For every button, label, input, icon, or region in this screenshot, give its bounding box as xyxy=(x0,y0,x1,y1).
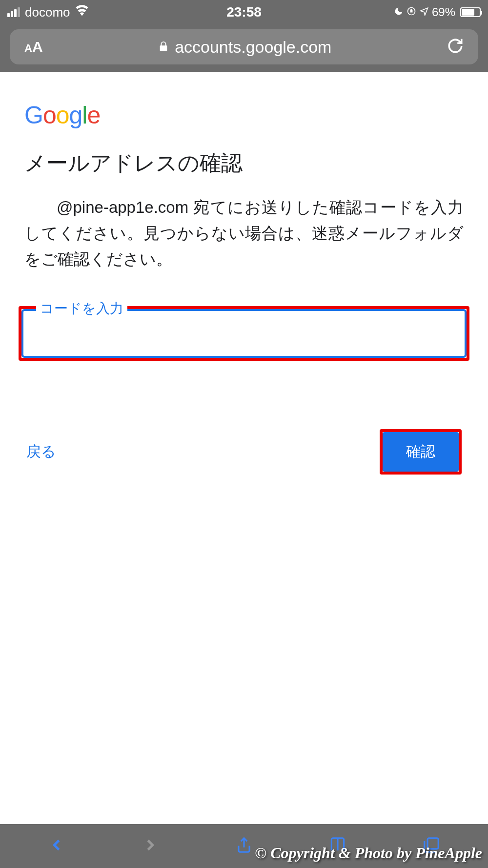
code-input-label: コードを入力 xyxy=(36,299,127,318)
status-right: 69% xyxy=(394,5,481,19)
google-logo: Google xyxy=(24,101,464,129)
url-display[interactable]: accounts.google.com xyxy=(158,38,331,57)
code-input-highlight: コードを入力 xyxy=(19,306,469,361)
battery-icon xyxy=(460,7,481,17)
battery-percent-label: 69% xyxy=(432,5,455,19)
share-icon[interactable] xyxy=(235,836,253,856)
action-row: 戻る 確認 xyxy=(24,429,464,475)
browser-chrome: AA accounts.google.com xyxy=(0,24,488,72)
forward-icon[interactable] xyxy=(141,836,160,856)
confirm-button-highlight: 確認 xyxy=(380,429,462,475)
text-size-icon[interactable]: AA xyxy=(24,39,43,55)
url-text: accounts.google.com xyxy=(175,38,331,57)
cellular-signal-icon xyxy=(7,7,20,17)
moon-icon xyxy=(394,5,404,19)
back-icon[interactable] xyxy=(47,836,66,856)
carrier-label: docomo xyxy=(25,5,70,20)
lock-icon xyxy=(158,38,169,57)
rotation-lock-icon xyxy=(407,5,416,19)
page-content: Google メールアドレスの確認 @pine-app1e.com 宛てにお送り… xyxy=(0,72,488,475)
back-link[interactable]: 戻る xyxy=(26,442,56,462)
confirm-button[interactable]: 確認 xyxy=(383,432,459,472)
location-icon xyxy=(419,5,429,19)
address-bar[interactable]: AA accounts.google.com xyxy=(10,29,478,64)
clock-label: 23:58 xyxy=(226,4,262,20)
reload-icon[interactable] xyxy=(447,38,464,56)
page-title: メールアドレスの確認 xyxy=(24,149,464,178)
status-left: docomo xyxy=(7,4,89,21)
copyright-watermark: © Copyright & Photo by PineApple xyxy=(255,844,482,862)
status-bar: docomo 23:58 69% xyxy=(0,0,488,24)
verification-description: @pine-app1e.com 宛てにお送りした確認コードを入力してください。見… xyxy=(24,195,464,272)
wifi-icon xyxy=(75,4,89,21)
